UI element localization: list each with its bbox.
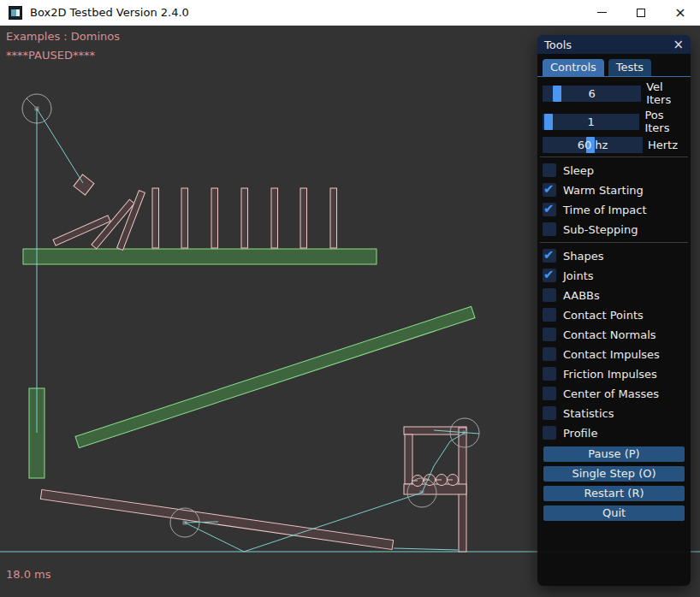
minimize-button[interactable]: [582, 0, 621, 25]
button-quit[interactable]: Quit: [543, 505, 685, 521]
slider-row-pos-iters: 1Pos Iters: [543, 109, 691, 134]
tools-panel-title: Tools: [544, 38, 572, 51]
tab-bar: ControlsTests: [537, 54, 691, 77]
checkbox-label: Joints: [563, 269, 594, 282]
slider-value: 60 hz: [543, 137, 643, 153]
swinging-box[interactable]: [74, 174, 94, 195]
slider-label: Pos Iters: [644, 109, 691, 134]
app-window: Box2D Testbed Version 2.4.0 ×: [0, 0, 700, 597]
checkbox[interactable]: ✔: [543, 269, 556, 282]
checkbox[interactable]: ✔: [543, 249, 556, 263]
checkbox-row-contact-impulses[interactable]: Contact Impulses: [543, 347, 691, 361]
checkbox[interactable]: [543, 387, 556, 400]
checkbox-row-sleep[interactable]: Sleep: [543, 163, 691, 177]
tools-panel: Tools × ControlsTests 6Vel Iters1Pos Ite…: [537, 35, 691, 586]
check-icon: ✔: [543, 181, 555, 197]
checkbox-row-aabbs[interactable]: AABBs: [543, 288, 691, 302]
check-icon: ✔: [543, 201, 555, 216]
panel-close-button[interactable]: ×: [673, 38, 684, 51]
checkbox[interactable]: [543, 288, 556, 302]
frame-time-label: 18.0 ms: [6, 568, 51, 581]
checkbox-label: Sleep: [563, 164, 594, 177]
checkbox[interactable]: ✔: [543, 183, 556, 197]
domino-platform: [23, 249, 377, 264]
frame-left-post: [405, 434, 412, 484]
example-label: Examples : Dominos: [6, 30, 120, 43]
slider-track-hertz[interactable]: 60 hz: [543, 137, 643, 153]
checkbox-row-friction-impulses[interactable]: Friction Impulses: [543, 367, 691, 381]
minimize-icon: [597, 12, 607, 13]
slider-list: 6Vel Iters1Pos Iters60 hzHertz: [537, 77, 691, 153]
checkbox[interactable]: [543, 308, 556, 322]
checkbox-label: Contact Points: [563, 309, 644, 322]
checkbox[interactable]: [543, 347, 556, 361]
checkbox-row-warm-starting[interactable]: ✔Warm Starting: [543, 183, 691, 197]
slider-label: Vel Iters: [646, 80, 691, 106]
checkbox-label: Shapes: [563, 250, 603, 263]
checkbox-label: AABBs: [563, 289, 600, 302]
checkbox-group-sim: Sleep✔Warm Starting✔Time of ImpactSub-St…: [537, 161, 691, 236]
checkbox[interactable]: ✔: [543, 203, 556, 216]
slider-row-hertz: 60 hzHertz: [543, 137, 691, 153]
checkbox-label: Friction Impulses: [563, 368, 657, 381]
checkbox-label: Time of Impact: [563, 204, 647, 216]
tab-tests[interactable]: Tests: [608, 59, 651, 76]
checkbox-label: Profile: [563, 427, 597, 440]
slider-track-pos-iters[interactable]: 1: [543, 114, 639, 130]
simulation-canvas[interactable]: Examples : Dominos ****PAUSED**** 18.0 m…: [0, 26, 700, 597]
checkbox-row-profile[interactable]: Profile: [543, 426, 691, 440]
window-title: Box2D Testbed Version 2.4.0: [30, 6, 189, 19]
checkbox[interactable]: [543, 328, 556, 341]
app-icon: [9, 6, 22, 20]
checkbox-label: Sub-Stepping: [563, 223, 638, 236]
close-icon: ×: [674, 6, 685, 20]
button-pause-p[interactable]: Pause (P): [543, 446, 685, 462]
checkbox[interactable]: [543, 163, 556, 177]
close-button[interactable]: ×: [661, 0, 700, 25]
check-icon: ✔: [543, 267, 555, 282]
window-controls: ×: [582, 0, 700, 25]
checkbox-row-statistics[interactable]: Statistics: [543, 406, 691, 420]
button-restart-r[interactable]: Restart (R): [543, 486, 685, 501]
button-single-step-o[interactable]: Single Step (O): [543, 466, 685, 482]
dominoes[interactable]: [53, 188, 336, 250]
slider-label: Hertz: [648, 139, 678, 151]
checkbox-label: Statistics: [563, 407, 614, 420]
window-titlebar[interactable]: Box2D Testbed Version 2.4.0 ×: [0, 0, 700, 26]
paused-label: ****PAUSED****: [6, 49, 95, 62]
checkbox-row-contact-normals[interactable]: Contact Normals: [543, 328, 691, 341]
checkbox[interactable]: [543, 222, 556, 236]
slider-value: 1: [543, 114, 639, 130]
slider-value: 6: [543, 86, 641, 102]
checkbox-row-shapes[interactable]: ✔Shapes: [543, 249, 691, 263]
checkbox-label: Contact Normals: [563, 328, 656, 341]
checkbox-label: Warm Starting: [563, 184, 644, 197]
maximize-button[interactable]: [621, 0, 661, 25]
checkbox-row-joints[interactable]: ✔Joints: [543, 269, 691, 282]
separator: [540, 157, 688, 157]
checkbox-row-center-of-masses[interactable]: Center of Masses: [543, 387, 691, 400]
separator: [540, 242, 688, 243]
tab-controls[interactable]: Controls: [543, 59, 604, 76]
tools-panel-header[interactable]: Tools ×: [537, 35, 691, 54]
checkbox-row-sub-stepping[interactable]: Sub-Stepping: [543, 222, 691, 236]
checkbox-row-time-of-impact[interactable]: ✔Time of Impact: [543, 203, 691, 216]
checkbox[interactable]: [543, 406, 556, 420]
checkbox[interactable]: [543, 367, 556, 381]
button-list: Pause (P)Single Step (O)Restart (R)Quit: [537, 446, 691, 521]
slider-row-vel-iters: 6Vel Iters: [543, 80, 691, 106]
checkbox-label: Center of Masses: [563, 387, 659, 400]
frame-shelf: [404, 484, 466, 494]
check-icon: ✔: [543, 247, 555, 263]
checkbox[interactable]: [543, 426, 556, 440]
checkbox-row-contact-points[interactable]: Contact Points: [543, 308, 691, 322]
slider-track-vel-iters[interactable]: 6: [543, 86, 641, 102]
checkbox-group-draw: ✔Shapes✔JointsAABBsContact PointsContact…: [537, 246, 691, 440]
checkbox-label: Contact Impulses: [563, 348, 660, 361]
maximize-icon: [637, 9, 645, 17]
